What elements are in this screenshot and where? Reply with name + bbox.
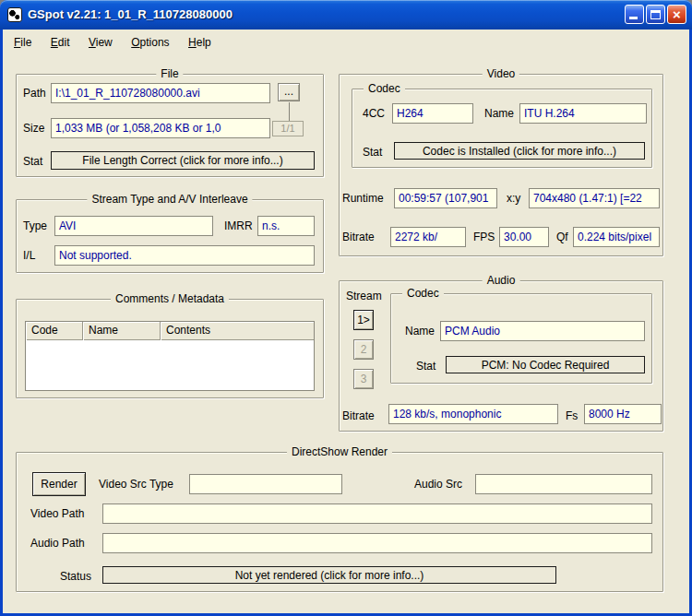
menu-item-edit[interactable]: Edit [43, 34, 78, 52]
titlebar[interactable]: GSpot v2.21: 1_01_R_110728080000 × [0, 0, 692, 30]
connector-line [289, 102, 290, 121]
app-icon[interactable] [7, 7, 22, 22]
size-label: Size [23, 122, 44, 135]
minimize-button[interactable] [625, 5, 644, 24]
menubar: File Edit View Options Help [3, 30, 689, 53]
close-button[interactable]: × [667, 5, 686, 24]
maximize-button[interactable] [646, 5, 665, 24]
codec-name-field[interactable]: ITU H.264 [519, 103, 647, 124]
video-stat-label: Stat [363, 146, 382, 159]
xy-field[interactable]: 704x480 (1.47:1) [=22 [529, 188, 660, 208]
fs-field[interactable]: 8000 Hz [584, 404, 662, 424]
audio-name-label: Name [405, 325, 435, 338]
file-group-title: File [156, 67, 183, 80]
status-label: Status [60, 570, 91, 583]
comments-group-title: Comments / Metadata [111, 292, 229, 305]
video-group-title: Video [483, 67, 519, 80]
stream-group-title: Stream Type and A/V Interleave [87, 193, 252, 206]
imrr-field[interactable]: n.s. [257, 216, 315, 236]
render-button[interactable]: Render [32, 472, 86, 496]
client-area: File Edit View Options Help File Path I:… [3, 30, 689, 613]
size-field[interactable]: 1,033 MB (or 1,058,208 KB or 1,0 [51, 118, 270, 138]
video-bitrate-field[interactable]: 2272 kb/ [390, 227, 466, 247]
runtime-field[interactable]: 00:59:57 (107,901 [394, 188, 497, 208]
type-label: Type [23, 219, 47, 232]
metadata-table-body[interactable] [26, 340, 314, 390]
file-stat-button[interactable]: File Length Correct (click for more info… [51, 151, 315, 170]
qf-field[interactable]: 0.224 bits/pixel [573, 227, 660, 247]
stream-button-1[interactable]: 1> [353, 310, 374, 330]
audio-path-field[interactable] [102, 533, 652, 553]
il-field[interactable]: Not supported. [54, 245, 315, 266]
audio-bitrate-field[interactable]: 128 kb/s, monophonic [388, 404, 558, 424]
video-bitrate-label: Bitrate [342, 231, 375, 243]
status-button[interactable]: Not yet rendered (click for more info...… [102, 566, 556, 584]
browse-button[interactable]: ... [278, 83, 300, 101]
fps-field[interactable]: 30.00 [499, 227, 549, 247]
audio-src-label: Audio Src [414, 478, 462, 491]
menu-item-view[interactable]: View [81, 34, 120, 52]
column-header-code[interactable]: Code [26, 322, 83, 340]
audio-bitrate-label: Bitrate [342, 409, 375, 422]
il-label: I/L [23, 249, 35, 262]
audio-path-label: Audio Path [30, 537, 85, 550]
video-path-field[interactable] [102, 503, 652, 524]
audio-group-title: Audio [483, 274, 520, 287]
render-group-title: DirectShow Render [287, 445, 392, 458]
stream-button-2: 2 [353, 339, 374, 360]
menu-item-file[interactable]: File [6, 34, 39, 52]
column-header-contents[interactable]: Contents [161, 322, 314, 340]
fs-label: Fs [566, 409, 578, 422]
path-field[interactable]: I:\1_01_R_110728080000.avi [51, 83, 270, 103]
file-stat-label: Stat [23, 155, 42, 168]
imrr-label: IMRR [224, 219, 253, 232]
video-codec-group-title: Codec [364, 82, 405, 95]
video-src-field[interactable] [189, 474, 342, 494]
codec-name-label: Name [484, 107, 514, 120]
maximize-icon [650, 10, 661, 19]
column-header-name[interactable]: Name [83, 322, 161, 340]
metadata-table-header: Code Name Contents [26, 322, 314, 340]
audio-codec-group-title: Codec [402, 287, 444, 300]
fourcc-label: 4CC [363, 107, 385, 120]
audio-stat-button[interactable]: PCM: No Codec Required [446, 356, 645, 373]
video-path-label: Video Path [30, 507, 85, 520]
window: GSpot v2.21: 1_01_R_110728080000 × File … [0, 0, 692, 616]
metadata-table: Code Name Contents [25, 321, 315, 391]
audio-src-field[interactable] [475, 474, 652, 494]
stream-button-3: 3 [353, 369, 374, 389]
window-title: GSpot v2.21: 1_01_R_110728080000 [28, 7, 233, 21]
audio-name-field[interactable]: PCM Audio [440, 321, 645, 341]
close-icon: × [668, 6, 686, 23]
stream-label: Stream [346, 290, 382, 302]
audio-stat-label: Stat [416, 360, 435, 373]
xy-label: x:y [507, 192, 520, 205]
type-field[interactable]: AVI [54, 216, 213, 236]
menu-item-help[interactable]: Help [181, 34, 219, 52]
fourcc-field[interactable]: H264 [392, 103, 473, 124]
menu-item-options[interactable]: Options [124, 34, 176, 52]
path-label: Path [23, 87, 46, 100]
qf-label: Qf [556, 231, 568, 243]
page-indicator: 1/1 [272, 121, 304, 136]
video-stat-button[interactable]: Codec is Installed (click for more info.… [394, 142, 645, 160]
video-src-label: Video Src Type [99, 478, 173, 491]
fps-label: FPS [473, 231, 495, 243]
minimize-icon [629, 17, 638, 19]
runtime-label: Runtime [342, 192, 384, 205]
